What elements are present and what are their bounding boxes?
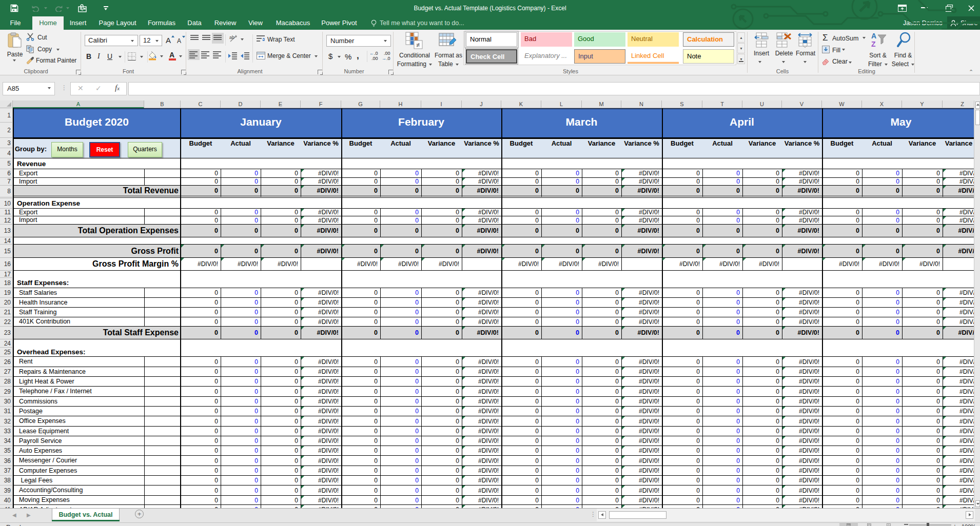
svg-text:ab: ab xyxy=(229,35,234,40)
svg-text:A: A xyxy=(871,32,876,40)
svg-text:≠: ≠ xyxy=(416,41,420,49)
svg-text:Z: Z xyxy=(871,40,876,48)
